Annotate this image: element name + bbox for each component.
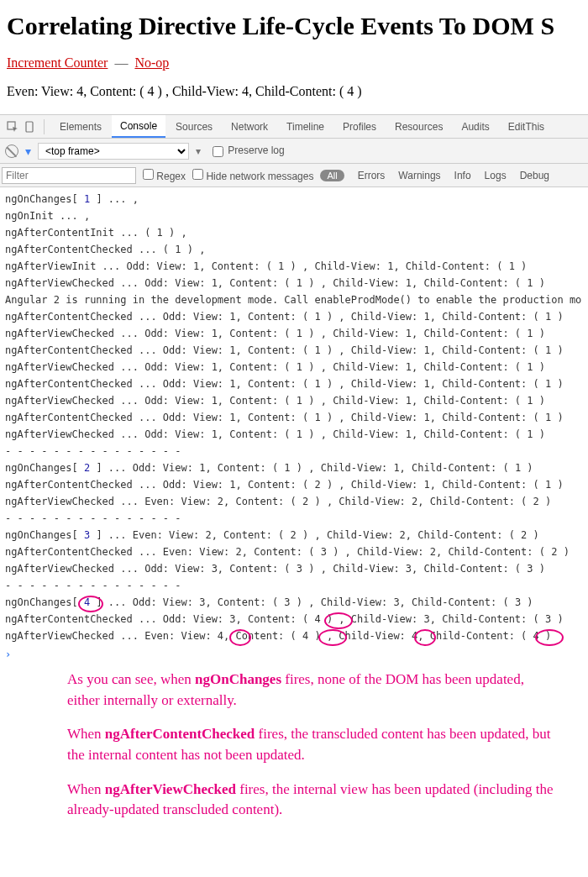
annotation-3: When ngAfterViewChecked fires, the inter… [67,780,554,821]
devtools-tabbar: ElementsConsoleSourcesNetworkTimelinePro… [0,115,588,139]
divider [44,119,45,134]
console-wrap: ngOnChanges[ 1 ] ... ,ngOnInit ... ,ngAf… [0,187,588,661]
level-all-pill[interactable]: All [320,170,344,181]
filter-icon[interactable]: ▾ [25,144,31,158]
status-line: Even: View: 4, Content: ( 4 ) , Child-Vi… [7,84,588,99]
console-line: ngAfterContentChecked ... Odd: View: 1, … [5,409,588,426]
level-errors[interactable]: Errors [358,170,386,181]
console-line: ngOnChanges[ 2 ] ... Odd: View: 1, Conte… [5,460,588,476]
tab-editthis[interactable]: EditThis [500,116,553,138]
console-filterbar: Regex Hide network messages All ErrorsWa… [0,164,588,187]
filter-input[interactable] [2,167,136,184]
console-line: ngAfterContentChecked ... Even: View: 2,… [5,544,588,560]
console-line: Angular 2 is running in the development … [5,291,588,308]
console-output: ngOnChanges[ 1 ] ... ,ngOnInit ... ,ngAf… [0,187,588,661]
preserve-log-checkbox[interactable] [213,146,223,157]
hide-net-checkbox[interactable] [192,169,203,180]
console-line: ngOnChanges[ 4 ] ... Odd: View: 3, Conte… [5,594,588,611]
tab-profiles[interactable]: Profiles [334,116,385,138]
console-line: - - - - - - - - - - - - - - - [5,510,588,527]
console-line: ngAfterContentChecked ... Odd: View: 1, … [5,375,588,392]
console-line: ngAfterViewInit ... Odd: View: 1, Conten… [5,258,588,275]
tab-resources[interactable]: Resources [386,116,451,138]
console-line: ngAfterContentChecked ... Odd: View: 1, … [5,308,588,325]
increment-link[interactable]: Increment Counter [7,55,108,70]
console-line: ngAfterViewChecked ... Even: View: 4, Co… [5,628,588,644]
clear-console-icon[interactable] [5,144,18,158]
console-line: ngAfterViewChecked ... Odd: View: 1, Con… [5,275,588,291]
frame-select[interactable]: <top frame> [38,143,189,160]
tab-timeline[interactable]: Timeline [278,116,333,138]
level-warnings[interactable]: Warnings [398,170,440,181]
page-title: Correlating Directive Life-Cycle Events … [7,12,588,40]
console-line: - - - - - - - - - - - - - - - [5,443,588,460]
level-info[interactable]: Info [454,170,471,181]
level-logs[interactable]: Logs [485,170,507,181]
console-line: ngAfterViewChecked ... Even: View: 2, Co… [5,493,588,510]
console-line: ngAfterContentChecked ... Odd: View: 3, … [5,611,588,628]
level-debug[interactable]: Debug [520,170,549,181]
inspect-icon[interactable] [5,119,20,134]
tab-console[interactable]: Console [112,115,165,138]
action-links: Increment Counter — No-op [7,55,588,71]
hide-net-label[interactable]: Hide network messages [192,169,313,182]
console-line: ngAfterContentChecked ... ( 1 ) , [5,241,588,258]
tab-elements[interactable]: Elements [51,116,110,138]
console-line: ngAfterContentChecked ... Odd: View: 1, … [5,476,588,493]
console-line: ngAfterViewChecked ... Odd: View: 1, Con… [5,392,588,409]
handwritten-annotations: As you can see, when ngOnChanges fires, … [0,661,588,851]
console-line: ngAfterViewChecked ... Odd: View: 1, Con… [5,325,588,342]
tab-network[interactable]: Network [223,116,276,138]
console-line: ngOnInit ... , [5,207,588,224]
console-line: ngAfterViewChecked ... Odd: View: 3, Con… [5,560,588,577]
console-line: - - - - - - - - - - - - - - - [5,577,588,594]
tab-audits[interactable]: Audits [453,116,497,138]
preserve-log-label[interactable]: Preserve log [207,144,285,156]
console-line: ngOnChanges[ 3 ] ... Even: View: 2, Cont… [5,527,588,544]
regex-checkbox[interactable] [143,169,154,180]
device-icon[interactable] [22,119,37,134]
devtools-panel: ElementsConsoleSourcesNetworkTimelinePro… [0,114,588,661]
console-line: ngOnChanges[ 1 ] ... , [5,191,588,207]
annotation-2: When ngAfterContentChecked fires, the tr… [67,724,554,765]
regex-label[interactable]: Regex [143,169,186,182]
console-prompt[interactable]: › [5,644,588,661]
console-line: ngAfterContentChecked ... Odd: View: 1, … [5,342,588,359]
console-line: ngAfterContentInit ... ( 1 ) , [5,224,588,241]
console-toolbar: ▾ <top frame> ▾ Preserve log [0,139,588,164]
annotation-1: As you can see, when ngOnChanges fires, … [67,670,554,711]
console-line: ngAfterViewChecked ... Odd: View: 1, Con… [5,426,588,443]
noop-link[interactable]: No-op [134,55,169,70]
tab-sources[interactable]: Sources [167,116,221,138]
svg-rect-1 [26,122,33,132]
console-line: ngAfterViewChecked ... Odd: View: 1, Con… [5,359,588,375]
separator: — [114,55,128,70]
